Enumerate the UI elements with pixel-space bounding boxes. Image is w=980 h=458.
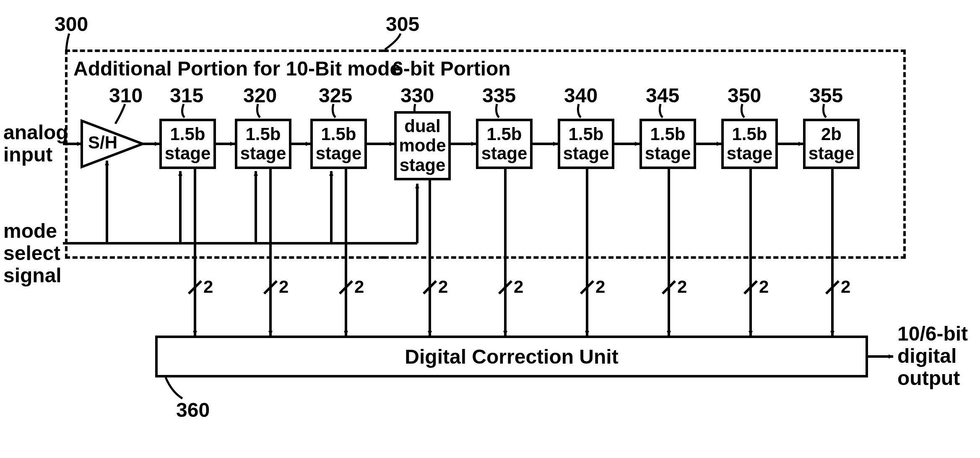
stage-355-label: 2b stage xyxy=(808,125,855,163)
stage-350: 1.5b stage xyxy=(721,119,778,169)
ref-360: 360 xyxy=(176,398,210,422)
stage-315: 1.5b stage xyxy=(159,119,216,169)
label-output: 10/6-bit digital output xyxy=(897,323,968,389)
digital-correction-unit: Digital Correction Unit xyxy=(155,336,868,377)
stage-335-label: 1.5b stage xyxy=(481,125,528,163)
stage-340-label: 1.5b stage xyxy=(563,125,609,163)
stage-335: 1.5b stage xyxy=(476,119,533,169)
bitwidth-330: 2 xyxy=(438,277,448,297)
bitwidth-345: 2 xyxy=(677,277,687,297)
dcu-label: Digital Correction Unit xyxy=(405,345,618,368)
bitwidth-325: 2 xyxy=(354,277,364,297)
bitwidth-355: 2 xyxy=(841,277,850,297)
stage-325: 1.5b stage xyxy=(310,119,367,169)
diagram-canvas: 300 305 Additional Portion for 10-Bit mo… xyxy=(0,0,980,458)
label-mode-select: mode select signal xyxy=(3,220,62,286)
stage-320: 1.5b stage xyxy=(235,119,291,169)
stage-340: 1.5b stage xyxy=(558,119,614,169)
stage-355: 2b stage xyxy=(803,119,860,169)
bitwidth-320: 2 xyxy=(279,277,289,297)
stage-345: 1.5b stage xyxy=(639,119,696,169)
stage-350-label: 1.5b stage xyxy=(727,125,773,163)
sh-label: S/H xyxy=(88,133,117,152)
stage-315-label: 1.5b stage xyxy=(165,125,211,163)
stage-320-label: 1.5b stage xyxy=(240,125,286,163)
stage-345-label: 1.5b stage xyxy=(645,125,691,163)
bitwidth-350: 2 xyxy=(759,277,769,297)
wiring-svg xyxy=(0,0,980,458)
stage-330: dual mode stage xyxy=(394,111,451,180)
bitwidth-340: 2 xyxy=(595,277,605,297)
bitwidth-315: 2 xyxy=(203,277,213,297)
label-analog-input: analog input xyxy=(3,122,68,166)
stage-330-label: dual mode stage xyxy=(399,117,446,175)
bitwidth-335: 2 xyxy=(514,277,523,297)
stage-325-label: 1.5b stage xyxy=(316,125,362,163)
